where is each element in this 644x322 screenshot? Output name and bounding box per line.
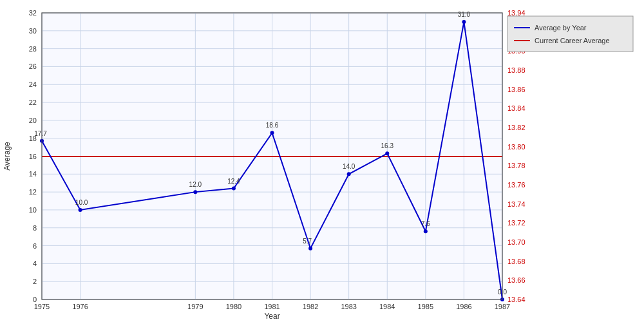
svg-text:13.66: 13.66 xyxy=(507,276,526,284)
svg-text:24: 24 xyxy=(29,80,37,88)
svg-point-84 xyxy=(308,247,312,251)
svg-text:10.0: 10.0 xyxy=(75,199,88,206)
svg-text:18.6: 18.6 xyxy=(266,122,279,129)
svg-text:22: 22 xyxy=(29,99,37,106)
svg-text:32: 32 xyxy=(29,9,37,17)
svg-text:13.82: 13.82 xyxy=(507,124,526,131)
svg-text:Average by Year: Average by Year xyxy=(535,24,587,32)
svg-text:1987: 1987 xyxy=(495,303,510,310)
svg-text:13.78: 13.78 xyxy=(507,162,526,169)
svg-text:1980: 1980 xyxy=(226,303,242,310)
svg-text:13.74: 13.74 xyxy=(507,200,526,208)
svg-text:13.86: 13.86 xyxy=(507,86,526,93)
svg-text:1984: 1984 xyxy=(379,303,395,310)
svg-point-90 xyxy=(424,229,428,233)
svg-text:1983: 1983 xyxy=(341,303,356,310)
svg-text:30: 30 xyxy=(29,27,37,35)
svg-text:1981: 1981 xyxy=(264,303,279,310)
svg-text:28: 28 xyxy=(29,45,37,53)
svg-text:13.70: 13.70 xyxy=(507,238,526,246)
chart-container: // We'll draw this with inline calculati… xyxy=(0,0,644,322)
svg-text:17.7: 17.7 xyxy=(34,130,47,137)
svg-text:31.0: 31.0 xyxy=(458,11,471,18)
svg-text:12.4: 12.4 xyxy=(227,178,240,185)
svg-point-92 xyxy=(462,20,466,24)
svg-text:1979: 1979 xyxy=(187,303,203,310)
svg-text:Current Career Average: Current Career Average xyxy=(535,37,610,44)
svg-text:13.94: 13.94 xyxy=(507,9,526,17)
svg-text:20: 20 xyxy=(29,117,37,124)
svg-text:16: 16 xyxy=(29,153,37,160)
svg-text:4: 4 xyxy=(33,260,37,267)
svg-text:13.84: 13.84 xyxy=(507,104,526,112)
svg-text:10: 10 xyxy=(29,206,37,214)
svg-text:6: 6 xyxy=(33,242,37,250)
svg-point-80 xyxy=(232,187,236,191)
svg-rect-98 xyxy=(507,16,633,52)
svg-text:7.6: 7.6 xyxy=(421,220,430,227)
svg-text:14.0: 14.0 xyxy=(343,163,355,170)
svg-text:26: 26 xyxy=(29,62,37,70)
svg-point-76 xyxy=(79,208,82,212)
svg-text:13.72: 13.72 xyxy=(507,219,526,227)
svg-text:1975: 1975 xyxy=(34,303,50,310)
main-chart: // We'll draw this with inline calculati… xyxy=(0,0,644,322)
svg-text:2: 2 xyxy=(33,278,37,285)
svg-text:1976: 1976 xyxy=(72,303,88,310)
svg-text:1985: 1985 xyxy=(418,303,433,310)
svg-text:8: 8 xyxy=(33,224,37,232)
svg-point-88 xyxy=(385,151,389,155)
svg-text:16.3: 16.3 xyxy=(381,142,394,149)
svg-point-86 xyxy=(347,172,351,176)
svg-text:13.68: 13.68 xyxy=(507,258,526,265)
svg-text:Year: Year xyxy=(264,312,279,321)
svg-text:13.76: 13.76 xyxy=(507,181,526,189)
svg-point-78 xyxy=(193,190,197,194)
svg-text:1986: 1986 xyxy=(456,303,471,310)
svg-text:1982: 1982 xyxy=(303,303,318,310)
svg-text:13.88: 13.88 xyxy=(507,66,526,74)
svg-text:14: 14 xyxy=(29,170,37,178)
svg-text:12: 12 xyxy=(29,188,37,196)
svg-text:Average: Average xyxy=(3,142,12,171)
svg-text:13.80: 13.80 xyxy=(507,143,526,151)
svg-text:12.0: 12.0 xyxy=(189,181,202,188)
svg-point-82 xyxy=(270,131,274,135)
svg-text:5.7: 5.7 xyxy=(303,238,312,245)
